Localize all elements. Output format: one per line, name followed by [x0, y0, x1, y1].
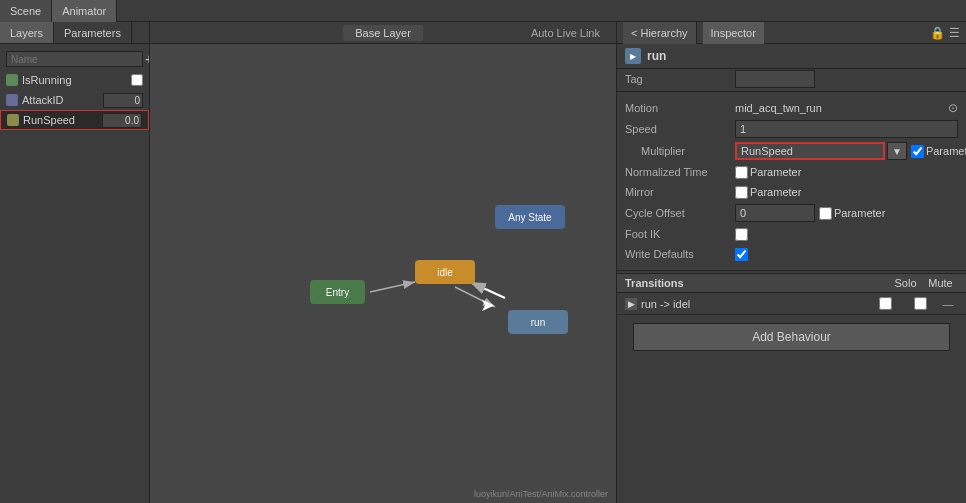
write-defaults-checkbox[interactable]	[735, 248, 748, 261]
transition-delete-btn[interactable]: —	[938, 298, 958, 310]
auto-live-link-btn[interactable]: Auto Live Link	[531, 27, 600, 39]
transitions-header: Transitions Solo Mute	[617, 273, 966, 293]
left-panel-tabs: Layers Parameters	[0, 22, 149, 44]
arrow-cursor: ➤	[480, 294, 495, 316]
cycle-offset-param-checkbox[interactable]	[819, 207, 832, 220]
cycle-offset-row: Cycle Offset Parameter	[617, 202, 966, 224]
tab-layers[interactable]: Layers	[0, 22, 54, 43]
float-icon	[7, 114, 19, 126]
left-panel-content: + IsRunning AttackID RunSpeed	[0, 44, 149, 503]
canvas-arrows	[150, 22, 616, 503]
multiplier-param-checkbox[interactable]	[911, 145, 924, 158]
left-panel: Layers Parameters + IsRunning AttackID	[0, 22, 150, 503]
state-icon: ▶	[625, 48, 641, 64]
tag-row: Tag	[617, 69, 966, 89]
normalized-param-check: Parameter	[735, 166, 801, 179]
mirror-row: Mirror Parameter	[617, 182, 966, 202]
multiplier-row: Multiplier ▼ Parameter	[617, 140, 966, 162]
run-node[interactable]: run	[508, 310, 568, 334]
add-behaviour-button[interactable]: Add Behaviour	[633, 323, 950, 351]
cycle-offset-param-check: Parameter	[819, 207, 885, 220]
runspeed-value[interactable]	[102, 113, 142, 128]
inspector-title: ▶ run	[617, 44, 966, 69]
normalized-param-checkbox[interactable]	[735, 166, 748, 179]
cycle-offset-input[interactable]	[735, 204, 815, 222]
lock-icon-btn[interactable]: 🔒	[930, 26, 945, 40]
tag-input[interactable]	[735, 70, 815, 88]
add-param-button[interactable]: +	[143, 52, 149, 66]
entry-node[interactable]: Entry	[310, 280, 365, 304]
params-header: +	[0, 48, 149, 70]
idle-node[interactable]: idle	[415, 260, 475, 284]
transition-mute-checkbox	[903, 297, 938, 310]
svg-line-2	[455, 287, 495, 307]
motion-row: Motion mid_acq_twn_run ⊙	[617, 98, 966, 118]
speed-input[interactable]	[735, 120, 958, 138]
transition-solo-checkbox	[868, 297, 903, 310]
tab-parameters[interactable]: Parameters	[54, 22, 132, 43]
foot-ik-row: Foot IK	[617, 224, 966, 244]
param-row-runspeed: RunSpeed	[0, 110, 149, 130]
svg-line-1	[370, 282, 415, 292]
transition-expand-btn[interactable]: ▶	[625, 298, 637, 310]
transition-row-1: ▶ run -> idel —	[617, 293, 966, 315]
isrunning-checkbox[interactable]	[131, 74, 143, 86]
menu-icon-btn[interactable]: ☰	[949, 26, 960, 40]
base-layer-tab[interactable]: Base Layer	[343, 25, 423, 41]
multiplier-param-check: Parameter	[911, 145, 966, 158]
solo-checkbox[interactable]	[879, 297, 892, 310]
mute-checkbox[interactable]	[914, 297, 927, 310]
motion-value-area: mid_acq_twn_run ⊙	[735, 101, 958, 115]
param-row-attackid: AttackID	[0, 90, 149, 110]
multiplier-dropdown-arrow[interactable]: ▼	[887, 142, 907, 160]
right-panel-header: < Hierarchy Inspector 🔒 ☰	[617, 22, 966, 44]
multiplier-value-area: ▼	[735, 142, 907, 160]
bool-icon	[6, 74, 18, 86]
mirror-check-area: Parameter	[735, 186, 801, 199]
svg-line-3	[470, 282, 505, 298]
main-area: Layers Parameters + IsRunning AttackID	[0, 22, 966, 503]
multiplier-dropdown[interactable]	[735, 142, 885, 160]
anystate-node[interactable]: Any State	[495, 205, 565, 229]
panel-icons: 🔒 ☰	[930, 26, 960, 40]
section-divider-1	[617, 91, 966, 92]
canvas-header: Base Layer Auto Live Link	[150, 22, 616, 44]
normalized-time-row: Normalized Time Parameter	[617, 162, 966, 182]
mirror-checkbox[interactable]	[735, 186, 748, 199]
tab-scene[interactable]: Scene	[0, 0, 52, 22]
motion-select-btn[interactable]: ⊙	[948, 101, 958, 115]
tab-hierarchy[interactable]: < Hierarchy	[623, 22, 697, 44]
int-icon	[6, 94, 18, 106]
attackid-value[interactable]	[103, 93, 143, 108]
canvas-footer: luoyikun/AniTest/AniMix.controller	[474, 489, 608, 499]
speed-row: Speed	[617, 118, 966, 140]
inspector-fields: Motion mid_acq_twn_run ⊙ Speed Multiplie…	[617, 94, 966, 268]
foot-ik-checkbox[interactable]	[735, 228, 748, 241]
param-row-isrunning: IsRunning	[0, 70, 149, 90]
tab-animator[interactable]: Animator	[52, 0, 117, 22]
section-divider-2	[617, 270, 966, 271]
top-tab-bar: Scene Animator	[0, 0, 966, 22]
center-canvas[interactable]: Base Layer Auto Live Link Any State	[150, 22, 616, 503]
params-search-input[interactable]	[6, 51, 143, 67]
right-panel: < Hierarchy Inspector 🔒 ☰ ▶ run Tag Mo	[616, 22, 966, 503]
write-defaults-row: Write Defaults	[617, 244, 966, 264]
tab-inspector[interactable]: Inspector	[703, 22, 764, 44]
